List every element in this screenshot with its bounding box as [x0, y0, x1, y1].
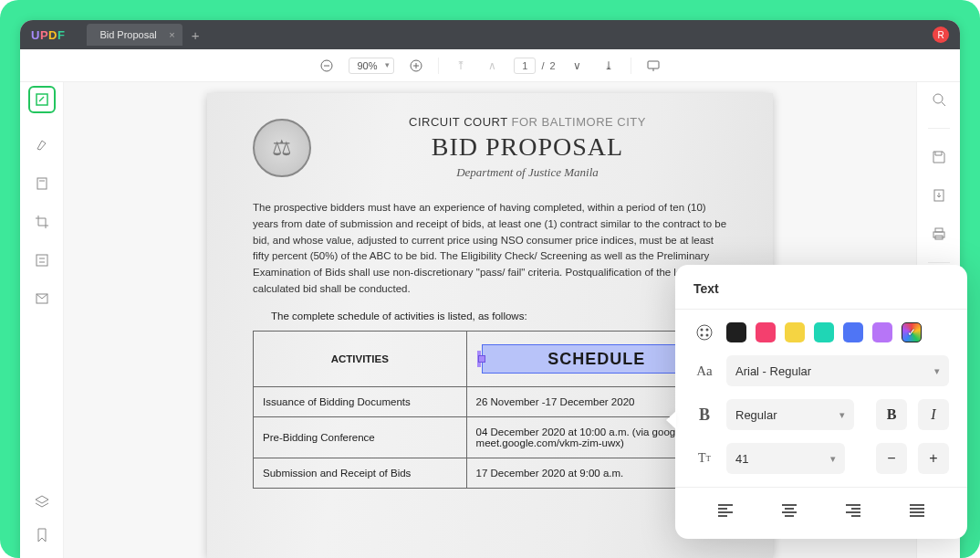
svg-rect-5	[648, 61, 659, 68]
page-indicator: 1 / 2	[514, 58, 555, 74]
font-weight-select[interactable]: Regular	[726, 399, 854, 430]
last-page-button[interactable]: ⤓	[599, 57, 618, 75]
table-row: Pre-Bidding Conference04 December 2020 a…	[254, 416, 727, 458]
table-row: Submission and Receipt of Bids17 Decembe…	[254, 458, 727, 488]
app-logo: UPDF	[31, 28, 65, 42]
align-justify-button[interactable]	[885, 495, 949, 526]
decrease-size-button[interactable]: −	[876, 443, 907, 474]
tab-bar: UPDF Bid Proposal × + R	[20, 20, 960, 49]
svg-point-25	[701, 334, 704, 337]
watermark-tool-icon[interactable]	[32, 289, 52, 309]
font-weight-icon: B	[693, 405, 715, 425]
page-input[interactable]: 1	[514, 58, 536, 74]
page-total: 2	[549, 60, 555, 71]
font-size-input[interactable]: 41	[726, 443, 845, 474]
highlight-tool-icon[interactable]	[32, 135, 52, 155]
first-page-button[interactable]: ⤒	[452, 57, 470, 75]
zoom-select[interactable]: 90%	[349, 58, 394, 74]
schedule-table: ACTIVITIES SCHEDULE	[253, 331, 727, 489]
document-tab[interactable]: Bid Proposal ×	[87, 24, 182, 46]
color-yellow[interactable]	[785, 322, 805, 342]
left-rail	[20, 82, 64, 558]
layers-icon[interactable]	[32, 492, 52, 512]
department-line: Department of Justice Manila	[328, 165, 727, 180]
form-tool-icon[interactable]	[32, 250, 52, 270]
color-pink[interactable]	[756, 322, 776, 342]
font-size-icon: TT	[693, 451, 715, 466]
font-family-icon: Aa	[693, 363, 715, 379]
page-title: BID PROPOSAL	[328, 132, 727, 162]
align-center-button[interactable]	[757, 495, 821, 526]
export-icon[interactable]	[929, 185, 949, 205]
svg-rect-10	[36, 255, 47, 266]
zoom-out-button[interactable]	[318, 57, 336, 75]
svg-line-15	[942, 102, 945, 106]
edit-tool-button[interactable]	[28, 86, 56, 113]
crop-tool-icon[interactable]	[32, 212, 52, 232]
italic-button[interactable]: I	[918, 399, 949, 430]
color-purple[interactable]	[872, 322, 892, 342]
search-icon[interactable]	[929, 89, 949, 110]
avatar[interactable]: R	[933, 26, 949, 43]
svg-point-24	[706, 334, 709, 337]
svg-point-14	[933, 94, 943, 103]
svg-rect-8	[37, 178, 47, 189]
color-blue[interactable]	[843, 322, 863, 342]
schedule-intro: The complete schedule of activities is l…	[271, 311, 727, 321]
increase-size-button[interactable]: +	[918, 443, 949, 474]
color-teal[interactable]	[814, 322, 834, 342]
tab-label: Bid Proposal	[99, 29, 156, 40]
font-family-select[interactable]: Arial - Regular	[726, 355, 949, 386]
align-left-button[interactable]	[693, 495, 757, 526]
top-toolbar: 90% ⤒ ∧ 1 / 2 ∨ ⤓	[20, 49, 960, 82]
align-right-button[interactable]	[821, 495, 885, 526]
svg-point-21	[697, 325, 712, 340]
zoom-in-button[interactable]	[407, 57, 425, 75]
bookmark-icon[interactable]	[32, 525, 52, 545]
color-multicolor[interactable]	[902, 322, 922, 342]
body-paragraph: The prospective bidders must have an exp…	[253, 200, 727, 298]
add-tab-button[interactable]: +	[192, 27, 200, 43]
close-tab-icon[interactable]: ×	[169, 29, 174, 40]
table-row: Issuance of Bidding Documents26 November…	[254, 386, 727, 416]
court-line: CIRCUIT COURT FOR BALTIMORE CITY	[328, 115, 727, 129]
svg-rect-17	[935, 228, 943, 232]
bold-button[interactable]: B	[876, 399, 907, 430]
page-tool-icon[interactable]	[32, 174, 52, 194]
panel-title: Text	[693, 281, 949, 296]
color-picker-icon[interactable]	[693, 323, 715, 342]
save-icon[interactable]	[929, 147, 949, 167]
color-black[interactable]	[726, 322, 746, 342]
prev-page-button[interactable]: ∧	[483, 57, 501, 75]
text-properties-panel: Text Aa Arial - Regular B Regular B I	[675, 265, 967, 539]
svg-point-23	[706, 329, 709, 332]
presentation-button[interactable]	[644, 57, 662, 75]
next-page-button[interactable]: ∨	[568, 57, 587, 75]
print-icon[interactable]	[929, 224, 949, 244]
svg-point-22	[701, 329, 704, 332]
col-activities: ACTIVITIES	[254, 331, 467, 386]
seal-icon: ⚖	[253, 119, 311, 177]
